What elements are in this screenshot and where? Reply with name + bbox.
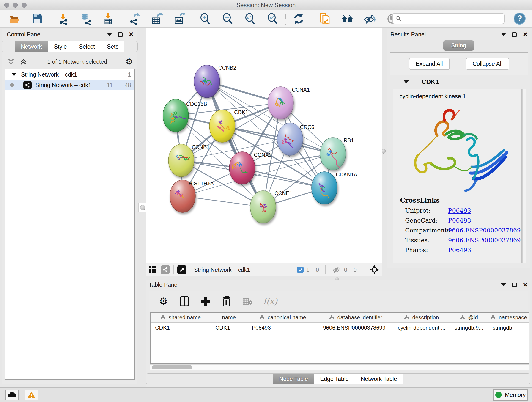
- column-header-name[interactable]: name: [211, 313, 247, 322]
- tab-node-table[interactable]: Node Table: [273, 374, 314, 384]
- export-network-icon[interactable]: [128, 13, 140, 25]
- table-cell[interactable]: 9606.ENSP00000378699: [318, 323, 393, 333]
- table-cell[interactable]: stringdb: [488, 323, 529, 333]
- export-image-icon[interactable]: [173, 13, 185, 25]
- search-input[interactable]: [404, 15, 501, 22]
- selected-count-checkbox[interactable]: [297, 267, 304, 273]
- right-splitter-grip[interactable]: [381, 149, 386, 153]
- crosslink-link[interactable]: P06493: [448, 207, 471, 214]
- column-header-database-identifier[interactable]: database identifier: [318, 313, 393, 322]
- table-options-gear-icon[interactable]: ⚙: [158, 296, 169, 307]
- export-table-icon[interactable]: [151, 13, 163, 25]
- tab-sets[interactable]: Sets: [101, 41, 124, 52]
- network-options-gear-icon[interactable]: ⚙: [126, 57, 133, 66]
- expand-all-networks-icon[interactable]: [20, 58, 29, 65]
- import-table-from-file-icon[interactable]: [102, 13, 114, 25]
- help-button[interactable]: ?: [514, 13, 526, 25]
- collapse-all-networks-icon[interactable]: [7, 58, 17, 65]
- function-builder-icon[interactable]: f(x): [263, 297, 278, 306]
- tab-edge-table[interactable]: Edge Table: [314, 374, 355, 384]
- clone-network-icon[interactable]: [319, 13, 331, 25]
- network-view-icon[interactable]: [161, 265, 170, 274]
- network-node[interactable]: CCNA1: [268, 87, 310, 119]
- table-cell[interactable]: stringdb:9...: [450, 323, 488, 333]
- network-canvas[interactable]: CCNB2CCNA1CDC25BCDK1CDC6RB1CCNB1CCNA2CDK…: [146, 28, 382, 263]
- network-node[interactable]: CCNE1: [250, 191, 292, 223]
- table-cell[interactable]: CDK1: [151, 323, 211, 333]
- hide-selected-icon[interactable]: [364, 13, 376, 25]
- scrollbar-thumb[interactable]: [152, 365, 192, 369]
- node-label: CCNA1: [292, 87, 310, 93]
- crosslink-link[interactable]: P06493: [448, 217, 471, 224]
- network-node[interactable]: RB1: [320, 138, 354, 170]
- delete-table-icon[interactable]: [242, 296, 253, 307]
- network-node[interactable]: CDK1: [209, 109, 248, 142]
- crosslink-link[interactable]: 9606.ENSP00000378699: [448, 227, 522, 234]
- tab-style[interactable]: Style: [48, 41, 73, 52]
- network-node[interactable]: CCNB2: [194, 65, 236, 98]
- table-cell[interactable]: CDK1: [211, 323, 247, 333]
- network-node[interactable]: CDKN1A: [312, 172, 357, 204]
- apply-layout-refresh-icon[interactable]: [293, 13, 305, 25]
- maximize-panel-icon[interactable]: [512, 32, 517, 37]
- table-horizontal-scrollbar[interactable]: [150, 364, 529, 370]
- expand-all-button[interactable]: Expand All: [409, 58, 450, 70]
- tab-string[interactable]: String: [443, 40, 474, 51]
- network-node[interactable]: CDC25B: [163, 99, 207, 132]
- import-network-from-file-icon[interactable]: [57, 13, 69, 25]
- cloud-status-button[interactable]: [5, 390, 19, 400]
- table-row[interactable]: CDK1CDK1P064939606.ENSP00000378699cyclin…: [151, 323, 529, 333]
- control-panel-tabs: Network Style Select Sets: [2, 41, 138, 52]
- zoom-out-icon[interactable]: [222, 13, 234, 25]
- tab-network[interactable]: Network: [15, 41, 48, 52]
- network-collection-row[interactable]: String Network – cdk1 1: [6, 69, 134, 80]
- float-panel-icon[interactable]: [501, 33, 506, 36]
- control-panel: Control Panel ✕ Network Style Select Set…: [2, 29, 138, 384]
- create-column-icon[interactable]: [200, 296, 211, 307]
- zoom-selected-icon[interactable]: [267, 13, 279, 25]
- birds-eye-view-icon[interactable]: [370, 265, 379, 274]
- results-scrollbar[interactable]: [522, 89, 526, 263]
- network-row[interactable]: String Network – cdk1 11 48: [6, 80, 134, 90]
- float-panel-icon[interactable]: [107, 33, 112, 36]
- crosslink-link[interactable]: P06493: [448, 247, 471, 254]
- collection-expander-icon[interactable]: [12, 73, 17, 76]
- close-panel-icon[interactable]: ✕: [523, 32, 528, 37]
- column-header-description[interactable]: description: [393, 313, 450, 322]
- maximize-panel-icon[interactable]: [512, 283, 517, 287]
- tab-network-table[interactable]: Network Table: [355, 374, 403, 384]
- float-panel-icon[interactable]: [501, 283, 506, 286]
- show-columns-icon[interactable]: [179, 296, 190, 307]
- detach-view-icon[interactable]: [177, 265, 186, 274]
- open-session-icon[interactable]: [9, 13, 21, 25]
- grid-view-icon[interactable]: [149, 266, 157, 274]
- memory-button[interactable]: Memory: [493, 389, 528, 401]
- close-panel-icon[interactable]: ✕: [523, 283, 528, 287]
- delete-column-icon[interactable]: [221, 296, 232, 307]
- column-header-canonical-name[interactable]: canonical name: [247, 313, 318, 322]
- collection-count: 1: [128, 71, 131, 78]
- network-node[interactable]: CDC6: [277, 123, 314, 155]
- crosslink-link[interactable]: 9606.ENSP00000378699: [448, 237, 522, 244]
- maximize-panel-icon[interactable]: [118, 32, 123, 37]
- close-panel-icon[interactable]: ✕: [128, 32, 134, 37]
- first-neighbors-icon[interactable]: [341, 13, 353, 25]
- column-header-namespace[interactable]: namespace: [488, 313, 529, 322]
- table-cell[interactable]: P06493: [247, 323, 318, 333]
- fit-content-icon[interactable]: [244, 13, 256, 25]
- warning-status-button[interactable]: [25, 390, 38, 400]
- save-session-icon[interactable]: [31, 13, 43, 25]
- table-cell[interactable]: cyclin-dependent ...: [393, 323, 450, 333]
- zoom-in-icon[interactable]: [199, 13, 211, 25]
- node-details-content: cyclin-dependent kinase 1: [393, 89, 522, 263]
- collapse-all-button[interactable]: Collapse All: [466, 58, 510, 70]
- network-node[interactable]: CCNA2: [229, 152, 272, 184]
- column-header--id[interactable]: @id: [450, 313, 488, 322]
- import-network-from-database-icon[interactable]: [80, 13, 92, 25]
- network-edge-count: 48: [125, 82, 131, 89]
- column-header-shared-name[interactable]: shared name: [151, 313, 211, 322]
- network-node[interactable]: HIST1H1A: [170, 180, 214, 212]
- network-node[interactable]: CCNB1: [168, 144, 210, 177]
- tab-select[interactable]: Select: [73, 41, 101, 52]
- section-expander-icon[interactable]: [404, 80, 409, 83]
